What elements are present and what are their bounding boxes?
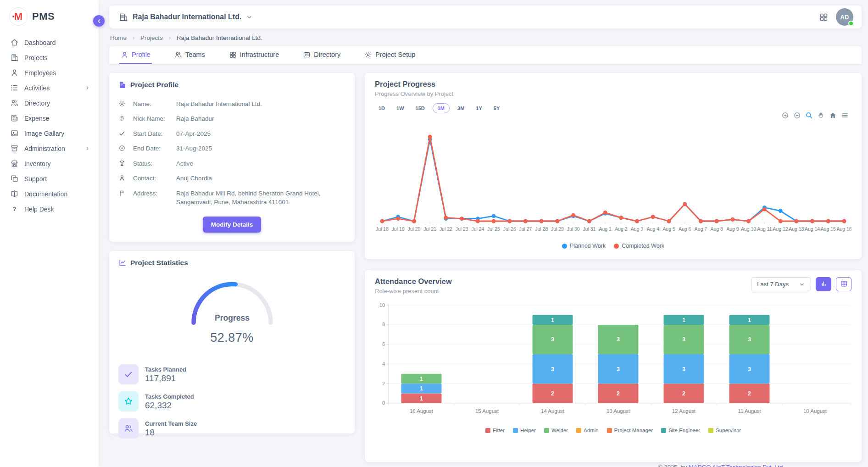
sidebar-item-expense[interactable]: Expense [0,111,99,126]
person-icon [121,51,128,59]
hand-icon[interactable] [817,111,825,119]
legend-planned-work[interactable]: Planned Work [562,243,606,249]
legend-welder[interactable]: Welder [544,428,568,433]
table-view-toggle-button[interactable] [836,277,851,291]
tab-teams[interactable]: Teams [173,46,206,64]
sidebar-item-directory[interactable]: Directory [0,95,99,111]
progress-card-subtitle: Progress Overview by Project [375,90,851,97]
app-logo[interactable]: M PMS [0,0,99,35]
svg-text:1: 1 [420,376,423,382]
list-icon [10,83,19,92]
svg-text:Progress: Progress [215,313,250,322]
field-label: Contact: [133,174,172,183]
legend-project-manager[interactable]: Project Manager [607,428,653,433]
svg-text:Aug 13: Aug 13 [789,227,804,232]
stat-value: 18 [145,428,155,437]
date-range-select[interactable]: Last 7 Days [751,277,811,291]
project-progress-chart[interactable]: Jul 18Jul 19Jul 20Jul 21Jul 22Jul 23Jul … [375,124,851,242]
svg-text:Jul 30: Jul 30 [567,227,580,232]
house-icon[interactable] [829,111,837,119]
range-1d-button[interactable]: 1D [375,103,389,113]
sidebar-item-employees[interactable]: Employees [0,65,99,80]
sidebar-item-help-desk[interactable]: ? Help Desk [0,201,99,217]
legend-marker [576,428,581,433]
legend-label: Helper [520,428,536,433]
svg-text:Aug 12: Aug 12 [773,227,788,232]
range-1w-button[interactable]: 1W [393,103,408,113]
question-icon: ? [10,205,19,213]
company-link[interactable]: MARCO AIoT Technologies Pvt. Ltd. [689,464,785,467]
magnifier-icon[interactable] [805,111,813,119]
range-15d-button[interactable]: 15D [412,103,428,113]
sidebar-item-activities[interactable]: Activities [0,80,99,95]
chevron-down-icon [799,281,805,288]
svg-text:Jul 21: Jul 21 [423,227,436,232]
field-value: Raja Bahadur Mill Rd, behind Sheraton Gr… [176,189,345,207]
modify-details-button[interactable]: Modify Details [203,217,262,233]
tab-project-setup[interactable]: Project Setup [363,46,417,64]
legend-marker [544,428,549,433]
tab-profile[interactable]: Profile [119,46,152,64]
legend-marker [562,244,567,249]
svg-text:10 August: 10 August [803,408,827,414]
profile-field-name: Name: Raja Bahadur International Ltd. [118,96,345,111]
sidebar-nav: Dashboard Projects Employees Activities … [0,35,99,217]
legend-label: Site Engineer [668,428,700,433]
sidebar-item-support[interactable]: Support [0,171,99,186]
field-label: Name: [133,100,172,109]
tab-directory[interactable]: Directory [301,46,342,64]
svg-text:1: 1 [551,317,554,323]
legend-marker [614,244,619,249]
user-avatar[interactable]: AD [836,8,853,26]
breadcrumb-item-home[interactable]: Home [110,34,127,41]
breadcrumb-item-projects[interactable]: Projects [140,34,163,41]
svg-text:Jul 24: Jul 24 [471,227,484,232]
svg-text:2: 2 [682,390,685,397]
legend-helper[interactable]: Helper [513,428,536,433]
legend-site-engineer[interactable]: Site Engineer [661,428,700,433]
sidebar-item-label: Directory [24,100,50,107]
svg-text:Jul 18: Jul 18 [376,227,389,232]
company-selector[interactable]: Raja Bahadur International Ltd. [118,12,253,22]
chart-view-toggle-button[interactable] [816,277,831,291]
svg-text:Aug 10: Aug 10 [741,227,756,232]
legend-supervisor[interactable]: Supervisor [708,428,741,433]
svg-text:Aug 9: Aug 9 [726,227,739,232]
sidebar-item-label: Image Gallary [24,130,64,137]
apps-grid-button[interactable] [819,12,829,22]
range-5y-button[interactable]: 5Y [490,103,503,113]
range-3m-button[interactable]: 3M [454,103,468,113]
sidebar-item-inventory[interactable]: Inventory [0,156,99,171]
circle-minus-icon[interactable] [793,111,801,119]
sidebar-item-image-gallary[interactable]: Image Gallary [0,126,99,141]
range-1m-button[interactable]: 1M [433,103,450,113]
legend-completed-work[interactable]: Completed Work [614,243,664,249]
sidebar-item-projects[interactable]: Projects [0,50,99,65]
sidebar-collapse-button[interactable] [93,15,105,27]
bar-chart-icon [820,280,828,289]
tab-infrastructure[interactable]: Infrastructure [228,46,280,64]
svg-text:6: 6 [382,342,385,347]
book-icon [10,189,19,198]
sidebar-item-administration[interactable]: Administration [0,141,99,156]
attendance-bar-chart[interactable]: 024681011116 August15 August233114 Augus… [375,302,851,427]
legend-admin[interactable]: Admin [576,428,599,433]
brand-logo-icon: M [9,7,28,26]
project-progress-card: Project Progress Progress Overview by Pr… [365,73,862,259]
svg-text:14 August: 14 August [541,408,565,414]
field-value: 07-Apr-2025 [176,129,345,139]
svg-text:1: 1 [682,317,685,323]
legend-fitter[interactable]: Fitter [485,428,505,433]
menu-icon[interactable] [841,111,849,119]
grid4-icon [229,51,237,59]
sidebar-item-documentation[interactable]: Documentation [0,186,99,201]
range-1y-button[interactable]: 1Y [472,103,485,113]
svg-text:1: 1 [420,395,423,402]
tab-label: Infrastructure [240,51,279,58]
svg-text:Jul 31: Jul 31 [583,227,595,232]
svg-text:1: 1 [420,385,423,392]
sidebar-item-dashboard[interactable]: Dashboard [0,35,99,50]
svg-text:13 August: 13 August [606,408,630,414]
svg-text:11 August: 11 August [738,408,761,414]
circle-plus-icon[interactable] [781,111,789,119]
